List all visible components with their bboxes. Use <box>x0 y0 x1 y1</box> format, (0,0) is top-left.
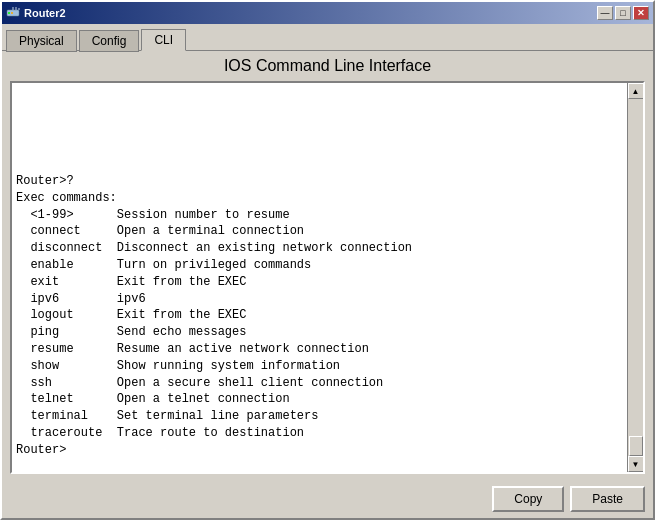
scrollbar: ▲ ▼ <box>627 83 643 472</box>
page-title: IOS Command Line Interface <box>10 57 645 75</box>
copy-button[interactable]: Copy <box>492 486 564 512</box>
tab-config[interactable]: Config <box>79 30 140 52</box>
terminal-container[interactable]: Router>? Exec commands: <1-99> Session n… <box>10 81 645 474</box>
terminal-scroll-area[interactable]: Router>? Exec commands: <1-99> Session n… <box>12 83 627 472</box>
svg-point-2 <box>11 12 13 14</box>
tab-bar: Physical Config CLI <box>2 24 653 50</box>
tab-physical[interactable]: Physical <box>6 30 77 52</box>
title-bar: Router2 — □ ✕ <box>2 2 653 24</box>
close-button[interactable]: ✕ <box>633 6 649 20</box>
bottom-bar: Copy Paste <box>2 480 653 518</box>
router-icon <box>6 6 20 20</box>
tab-cli[interactable]: CLI <box>141 29 186 51</box>
terminal-text: Router>? Exec commands: <1-99> Session n… <box>16 89 623 459</box>
scrollbar-track-area <box>628 99 643 456</box>
title-bar-left: Router2 <box>6 6 66 20</box>
minimize-button[interactable]: — <box>597 6 613 20</box>
svg-point-1 <box>8 12 10 14</box>
paste-button[interactable]: Paste <box>570 486 645 512</box>
scrollbar-thumb[interactable] <box>629 436 643 456</box>
scrollbar-down-button[interactable]: ▼ <box>628 456 644 472</box>
window-title: Router2 <box>24 7 66 19</box>
title-buttons: — □ ✕ <box>597 6 649 20</box>
window: Router2 — □ ✕ Physical Config CLI IOS Co… <box>0 0 655 520</box>
maximize-button[interactable]: □ <box>615 6 631 20</box>
content-area: IOS Command Line Interface Router>? Exec… <box>2 51 653 480</box>
scrollbar-up-button[interactable]: ▲ <box>628 83 644 99</box>
